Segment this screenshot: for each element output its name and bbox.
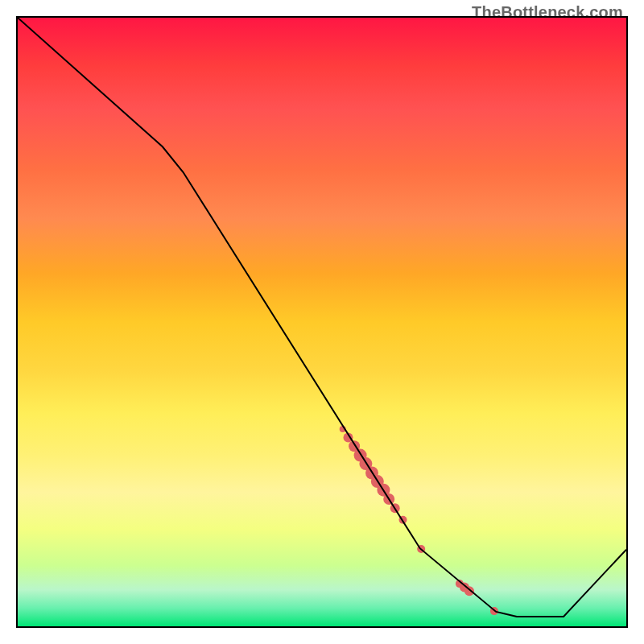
- chart-container: TheBottleneck.com: [0, 0, 644, 644]
- bottleneck-curve-path: [18, 18, 626, 617]
- highlight-dots-layer: [340, 426, 498, 615]
- plot-area: [16, 16, 628, 628]
- chart-svg: [18, 18, 626, 626]
